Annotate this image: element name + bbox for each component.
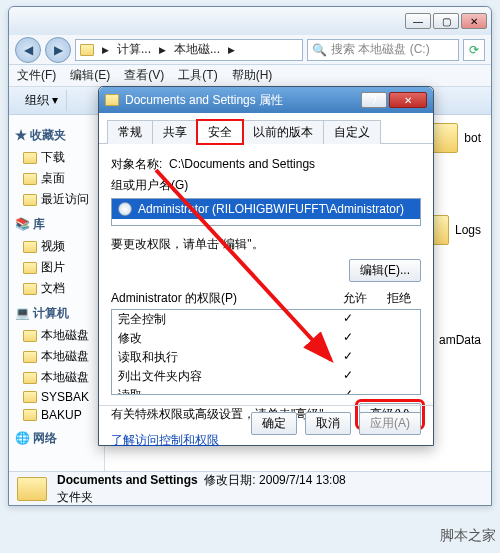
drive-icon	[23, 409, 37, 421]
dialog-close-button[interactable]: ✕	[389, 92, 427, 108]
menu-help[interactable]: 帮助(H)	[232, 67, 273, 84]
menu-view[interactable]: 查看(V)	[124, 67, 164, 84]
breadcrumb[interactable]: ▶ 计算... ▶ 本地磁... ▶	[75, 39, 303, 61]
perm-allow-check: ✓	[326, 311, 370, 328]
menu-edit[interactable]: 编辑(E)	[70, 67, 110, 84]
perm-name: 读取	[118, 387, 326, 395]
chevron-right-icon[interactable]: ▶	[159, 45, 166, 55]
sidebar-item-drive[interactable]: 本地磁盘	[13, 325, 100, 346]
perm-allow-check: ✓	[326, 368, 370, 385]
organize-button[interactable]: 组织 ▾	[17, 90, 67, 111]
window-controls: — ▢ ✕	[405, 13, 487, 29]
sidebar-item-bakup[interactable]: BAKUP	[13, 406, 100, 424]
permission-row: 读取✓	[112, 386, 420, 395]
sidebar-item-documents[interactable]: 文档	[13, 278, 100, 299]
perm-deny-check	[370, 311, 414, 328]
breadcrumb-icon	[80, 44, 94, 56]
perm-name: 读取和执行	[118, 349, 326, 366]
allow-label: 允许	[333, 290, 377, 307]
tab-general[interactable]: 常规	[107, 120, 153, 144]
group-users-label: 组或用户名(G)	[111, 177, 421, 194]
tab-customize[interactable]: 自定义	[323, 120, 381, 144]
favorites-header[interactable]: ★ 收藏夹	[15, 127, 98, 144]
tab-previous-versions[interactable]: 以前的版本	[242, 120, 324, 144]
breadcrumb-part[interactable]: 计算...	[117, 41, 151, 58]
menu-file[interactable]: 文件(F)	[17, 67, 56, 84]
sidebar-item-recent[interactable]: 最近访问	[13, 189, 100, 210]
permission-row: 修改✓	[112, 329, 420, 348]
apply-button[interactable]: 应用(A)	[359, 412, 421, 435]
chevron-right-icon[interactable]: ▶	[228, 45, 235, 55]
folder-icon	[105, 94, 119, 106]
perm-name: 列出文件夹内容	[118, 368, 326, 385]
user-list[interactable]: Administrator (RILOHIGBWIFUFFT\Administr…	[111, 198, 421, 226]
user-list-item-selected[interactable]: Administrator (RILOHIGBWIFUFFT\Administr…	[112, 199, 420, 219]
dialog-titlebar[interactable]: Documents and Settings 属性 ? ✕	[99, 87, 433, 113]
status-bar: Documents and Settings 修改日期: 2009/7/14 1…	[9, 471, 491, 505]
permission-header: Administrator 的权限(P) 允许 拒绝	[111, 290, 421, 307]
dialog-help-button[interactable]: ?	[361, 92, 387, 108]
date-value: 2009/7/14 13:08	[259, 473, 346, 487]
permission-row: 读取和执行✓	[112, 348, 420, 367]
permission-owner-label: Administrator 的权限(P)	[111, 290, 333, 307]
tab-strip: 常规 共享 安全 以前的版本 自定义	[99, 113, 433, 144]
folder-icon	[23, 152, 37, 164]
perm-allow-check: ✓	[326, 349, 370, 366]
perm-name: 完全控制	[118, 311, 326, 328]
permission-table[interactable]: 完全控制✓修改✓读取和执行✓列出文件夹内容✓读取✓写入✓	[111, 309, 421, 395]
network-header[interactable]: 🌐 网络	[15, 430, 98, 447]
folder-icon	[23, 262, 37, 274]
dialog-buttons: 确定 取消 应用(A)	[99, 405, 433, 441]
computer-header[interactable]: 💻 计算机	[15, 305, 98, 322]
search-input[interactable]: 🔍 搜索 本地磁盘 (C:)	[307, 39, 459, 61]
breadcrumb-part[interactable]: 本地磁...	[174, 41, 220, 58]
item-type: 文件夹	[57, 489, 346, 506]
user-icon	[118, 202, 132, 216]
perm-deny-check	[370, 330, 414, 347]
selected-item-name: Documents and Settings	[57, 473, 198, 487]
sidebar-item-sysbak[interactable]: SYSBAK	[13, 388, 100, 406]
maximize-button[interactable]: ▢	[433, 13, 459, 29]
sidebar-item-desktop[interactable]: 桌面	[13, 168, 100, 189]
properties-dialog: Documents and Settings 属性 ? ✕ 常规 共享 安全 以…	[98, 86, 434, 446]
drive-icon	[23, 372, 37, 384]
explorer-titlebar[interactable]: — ▢ ✕	[9, 7, 491, 35]
nav-pane[interactable]: ★ 收藏夹 下载 桌面 最近访问 📚 库 视频 图片 文档 💻 计算机 本地磁盘…	[9, 115, 105, 471]
address-bar: ◀ ▶ ▶ 计算... ▶ 本地磁... ▶ 🔍 搜索 本地磁盘 (C:) ⟳	[9, 35, 491, 65]
ok-button[interactable]: 确定	[251, 412, 297, 435]
folder-icon	[23, 194, 37, 206]
selected-user: Administrator (RILOHIGBWIFUFFT\Administr…	[138, 202, 404, 216]
chevron-right-icon[interactable]: ▶	[102, 45, 109, 55]
perm-deny-check	[370, 387, 414, 395]
drive-icon	[23, 351, 37, 363]
sidebar-item-pictures[interactable]: 图片	[13, 257, 100, 278]
object-name-label: 对象名称:	[111, 157, 162, 171]
perm-deny-check	[370, 368, 414, 385]
minimize-button[interactable]: —	[405, 13, 431, 29]
menu-tools[interactable]: 工具(T)	[178, 67, 217, 84]
object-name-value: C:\Documents and Settings	[169, 157, 315, 171]
tab-sharing[interactable]: 共享	[152, 120, 198, 144]
sidebar-item-downloads[interactable]: 下载	[13, 147, 100, 168]
search-placeholder: 搜索 本地磁盘 (C:)	[331, 41, 430, 58]
sidebar-item-drive[interactable]: 本地磁盘	[13, 367, 100, 388]
deny-label: 拒绝	[377, 290, 421, 307]
forward-button[interactable]: ▶	[45, 37, 71, 63]
sidebar-item-drive[interactable]: 本地磁盘	[13, 346, 100, 367]
tab-security[interactable]: 安全	[197, 120, 243, 144]
refresh-button[interactable]: ⟳	[463, 39, 485, 61]
date-label: 修改日期:	[204, 473, 255, 487]
menu-bar: 文件(F) 编辑(E) 查看(V) 工具(T) 帮助(H)	[9, 65, 491, 87]
libraries-header[interactable]: 📚 库	[15, 216, 98, 233]
folder-icon	[23, 173, 37, 185]
back-button[interactable]: ◀	[15, 37, 41, 63]
permission-row: 列出文件夹内容✓	[112, 367, 420, 386]
sidebar-item-videos[interactable]: 视频	[13, 236, 100, 257]
watermark: 脚本之家	[440, 527, 496, 545]
perm-allow-check: ✓	[326, 387, 370, 395]
cancel-button[interactable]: 取消	[305, 412, 351, 435]
permission-row: 完全控制✓	[112, 310, 420, 329]
drive-icon	[23, 391, 37, 403]
edit-button[interactable]: 编辑(E)...	[349, 259, 421, 282]
close-button[interactable]: ✕	[461, 13, 487, 29]
